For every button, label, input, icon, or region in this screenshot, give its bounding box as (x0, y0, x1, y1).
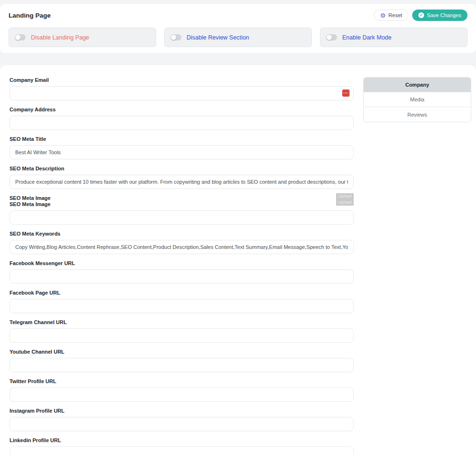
section-list: Company Media Reviews (363, 77, 471, 122)
field-company-address: Company Address (10, 107, 354, 130)
landing-page-settings-card: Landing Page ⚙ Reset ✓ Save Changes Disa… (0, 4, 476, 53)
field-company-email: Company Email ••• (10, 77, 354, 100)
field-seo-meta-image: SEO Meta Image SEO Meta Image Upload Upl… (10, 195, 354, 225)
tab-media[interactable]: Media (364, 92, 471, 107)
field-seo-meta-description: SEO Meta Description (10, 166, 354, 189)
instagram-profile-url-label: Instagram Profile URL (10, 408, 354, 414)
toggle-switch-icon[interactable] (170, 34, 181, 40)
facebook-page-url-label: Facebook Page URL (10, 290, 354, 296)
company-address-input[interactable] (10, 116, 354, 130)
seo-meta-keywords-input[interactable] (10, 240, 354, 254)
toggle-label: Disable Review Section (187, 34, 249, 41)
toggle-disable-landing-page[interactable]: Disable Landing Page (9, 28, 156, 47)
toggle-knob (15, 35, 20, 40)
tab-reviews[interactable]: Reviews (364, 107, 471, 122)
toggle-row: Disable Landing Page Disable Review Sect… (9, 28, 467, 47)
toggle-disable-review-section[interactable]: Disable Review Section (164, 28, 312, 47)
toggle-knob (171, 35, 176, 40)
toggle-knob (327, 35, 332, 40)
toggle-label: Disable Landing Page (31, 34, 89, 41)
field-youtube-channel-url: Youtube Channel URL (10, 349, 354, 372)
telegram-channel-url-label: Telegram Channel URL (10, 319, 354, 326)
seo-meta-description-input[interactable] (10, 175, 354, 189)
reset-button-label: Reset (388, 12, 402, 18)
facebook-page-url-input[interactable] (10, 299, 354, 313)
page-title: Landing Page (9, 12, 51, 19)
gear-icon: ⚙ (380, 12, 386, 19)
toggle-label: Enable Dark Mode (342, 34, 392, 41)
reset-button[interactable]: ⚙ Reset (374, 10, 408, 21)
save-button-label: Save Changes (427, 12, 461, 18)
company-email-input[interactable] (10, 86, 354, 100)
youtube-channel-url-input[interactable] (10, 358, 354, 372)
youtube-channel-url-label: Youtube Channel URL (10, 349, 354, 355)
company-address-label: Company Address (10, 107, 354, 113)
twitter-profile-url-label: Twitter Profile URL (10, 378, 354, 385)
upload-button[interactable]: Upload (336, 193, 354, 199)
seo-meta-description-label: SEO Meta Description (10, 166, 354, 172)
tab-company[interactable]: Company (364, 78, 471, 92)
instagram-profile-url-input[interactable] (10, 417, 354, 431)
seo-meta-title-label: SEO Meta Title (10, 136, 354, 142)
seo-meta-keywords-label: SEO Meta Keywords (10, 231, 354, 237)
header-actions: ⚙ Reset ✓ Save Changes (374, 10, 467, 21)
telegram-channel-url-input[interactable] (10, 328, 354, 343)
linkedin-profile-url-input[interactable] (10, 446, 354, 455)
toggle-switch-icon[interactable] (326, 34, 337, 40)
header-row: Landing Page ⚙ Reset ✓ Save Changes (9, 10, 467, 21)
field-linkedin-profile-url: Linkedin Profile URL (10, 437, 354, 455)
field-facebook-messenger-url: Facebook Messenger URL (10, 260, 354, 284)
seo-meta-image-label-2: SEO Meta Image (10, 201, 50, 208)
linkedin-profile-url-label: Linkedin Profile URL (10, 437, 354, 444)
field-twitter-profile-url: Twitter Profile URL (10, 378, 354, 402)
field-instagram-profile-url: Instagram Profile URL (10, 408, 354, 431)
field-seo-meta-keywords: SEO Meta Keywords (10, 231, 354, 254)
field-telegram-channel-url: Telegram Channel URL (10, 319, 354, 343)
facebook-messenger-url-input[interactable] (10, 269, 354, 284)
seo-meta-image-label: SEO Meta Image (10, 195, 50, 201)
password-manager-autofill-icon[interactable]: ••• (342, 89, 350, 97)
company-email-label: Company Email (10, 77, 354, 83)
upload-button[interactable]: Upload (336, 199, 354, 206)
facebook-messenger-url-label: Facebook Messenger URL (10, 260, 354, 267)
company-settings-card: Company Email ••• Company Address SEO Me… (0, 65, 476, 455)
twitter-profile-url-input[interactable] (10, 387, 354, 402)
save-changes-button[interactable]: ✓ Save Changes (412, 10, 467, 21)
seo-meta-title-input[interactable] (10, 145, 354, 159)
toggle-enable-dark-mode[interactable]: Enable Dark Mode (320, 28, 467, 47)
check-circle-icon: ✓ (418, 12, 424, 18)
upload-button-stack: Upload Upload (336, 193, 354, 206)
toggle-switch-icon[interactable] (15, 34, 26, 40)
company-form: Company Email ••• Company Address SEO Me… (10, 77, 354, 455)
settings-section-nav: Company Media Reviews (363, 77, 471, 122)
seo-meta-image-input[interactable] (10, 210, 354, 225)
field-facebook-page-url: Facebook Page URL (10, 290, 354, 313)
field-seo-meta-title: SEO Meta Title (10, 136, 354, 159)
